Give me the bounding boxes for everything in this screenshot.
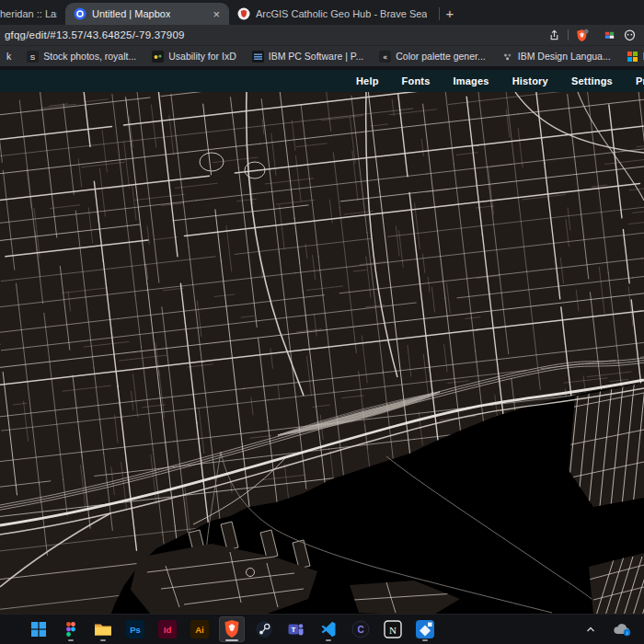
map-render (0, 92, 644, 615)
bookmark-item[interactable]: k (6, 51, 11, 62)
svg-text:S: S (30, 52, 35, 61)
tab-title: heridan :: Laser Fi (0, 8, 57, 19)
tab-close-icon[interactable]: × (212, 8, 221, 20)
taskbar-steam-icon[interactable] (251, 616, 277, 642)
taskbar-file-explorer-icon[interactable] (90, 616, 116, 642)
toolbar-separator (568, 29, 569, 40)
share-icon[interactable] (547, 29, 561, 42)
bookmark-item[interactable]: SStock photos, royalt... (27, 51, 136, 63)
svg-text:T: T (292, 626, 296, 634)
ixdf-favicon (152, 51, 164, 63)
mapbox-nav-help[interactable]: Help (356, 75, 379, 86)
browser-tab[interactable]: ArcGIS Catholic Geo Hub - Brave Sea (229, 3, 435, 25)
taskbar-vscode-icon[interactable] (316, 616, 341, 642)
bookmark-favicon (627, 51, 638, 63)
taskbar-indesign-icon[interactable]: Id (155, 616, 180, 642)
bookmark-label: Stock photos, royalt... (43, 51, 136, 62)
coolors-favicon: « (379, 51, 391, 63)
mapbox-studio-navbar: HelpFontsImagesHistorySettingsPrint (0, 70, 644, 92)
bookmark-item[interactable]: «Color palette gener... (379, 51, 485, 63)
running-indicator (68, 639, 74, 641)
bookmark-item[interactable]: Microsoft Windows... (627, 51, 644, 63)
extension-colorful-icon[interactable] (603, 29, 616, 42)
mapbox-nav-fonts[interactable]: Fonts (402, 75, 431, 86)
mapbox-nav-history[interactable]: History (512, 75, 548, 86)
taskbar-photoshop-icon[interactable]: Ps (122, 616, 148, 642)
svg-text:i: i (627, 630, 627, 636)
bookmark-label: Usability for IxD (168, 51, 236, 62)
browser-tab[interactable]: heridan :: Laser Fi (0, 3, 65, 25)
taskbar-teams-icon[interactable]: T (283, 616, 309, 642)
taskbar-figma-icon[interactable] (58, 616, 84, 642)
bookmark-favicon (152, 51, 164, 63)
taskbar-c4d-icon[interactable]: C (348, 616, 374, 642)
brave-shield-icon[interactable] (575, 29, 589, 42)
extension-outline-icon[interactable] (623, 29, 637, 42)
ibm-design-favicon (501, 51, 513, 63)
desktop-screen: heridan :: Laser FiUntitled | Mapbox×Arc… (0, 0, 644, 644)
tab-separator (439, 7, 440, 20)
mapbox-favicon (74, 7, 86, 20)
browser-tab-strip: heridan :: Laser FiUntitled | Mapbox×Arc… (0, 0, 644, 25)
browser-tab[interactable]: Untitled | Mapbox× (65, 3, 229, 25)
svg-text:C: C (357, 625, 363, 635)
taskbar-photos-icon[interactable] (412, 616, 438, 642)
arcgis-favicon (237, 7, 250, 20)
running-indicator (225, 639, 238, 641)
tab-title: ArcGIS Catholic Geo Hub - Brave Sea (256, 8, 427, 19)
onedrive-cloud-icon[interactable]: i (613, 622, 631, 637)
ibm-favicon (252, 51, 264, 63)
microsoft-favicon (627, 51, 638, 63)
tray-chevron-up-icon[interactable] (585, 624, 596, 635)
mapbox-nav-images[interactable]: Images (454, 75, 489, 86)
mapbox-nav-settings[interactable]: Settings (571, 75, 613, 86)
svg-text:Id: Id (164, 625, 172, 635)
bookmark-label: k (6, 51, 11, 62)
system-tray: i (585, 622, 644, 637)
bookmark-label: Color palette gener... (396, 51, 485, 62)
windows-taskbar: PsIdAiTCN i (0, 614, 644, 644)
map-canvas[interactable] (0, 92, 644, 615)
svg-text:N: N (389, 625, 397, 636)
bookmark-item[interactable]: IBM PC Software | P... (252, 51, 364, 63)
bookmark-item[interactable]: Usability for IxD (152, 51, 236, 63)
svg-text:Ps: Ps (130, 625, 141, 635)
bookmark-favicon (501, 51, 513, 63)
taskbar-brave-icon[interactable] (219, 616, 245, 642)
taskbar-windows-start-icon[interactable] (26, 616, 52, 642)
tab-title: Untitled | Mapbox (92, 8, 170, 19)
bookmark-item[interactable]: IBM Design Langua... (501, 51, 611, 63)
bookmark-favicon (252, 51, 264, 63)
running-indicator (422, 639, 428, 641)
taskbar-illustrator-icon[interactable]: Ai (187, 616, 213, 642)
svg-text:«: « (383, 52, 387, 61)
bookmark-favicon: S (27, 51, 39, 63)
mapbox-nav-print[interactable]: Print (636, 75, 644, 86)
address-bar-actions (547, 29, 644, 42)
bookmark-favicon: « (379, 51, 391, 63)
url-input[interactable]: gfqg/edit/#13.57/43.64825/-79.37909 (0, 29, 547, 40)
new-tab-button[interactable]: + (443, 6, 459, 25)
taskbar-apps: PsIdAiTCN (0, 616, 438, 642)
running-indicator (326, 639, 331, 641)
browser-address-bar: gfqg/edit/#13.57/43.64825/-79.37909 (0, 25, 644, 45)
taskbar-notion-icon[interactable]: N (380, 616, 406, 642)
running-indicator (100, 639, 106, 641)
shutterstock-favicon: S (27, 51, 39, 63)
svg-text:Ai: Ai (195, 625, 204, 635)
bookmark-label: IBM Design Langua... (518, 51, 611, 62)
bookmarks-bar: kSStock photos, royalt...Usability for I… (0, 45, 644, 66)
bookmark-label: IBM PC Software | P... (269, 51, 364, 62)
